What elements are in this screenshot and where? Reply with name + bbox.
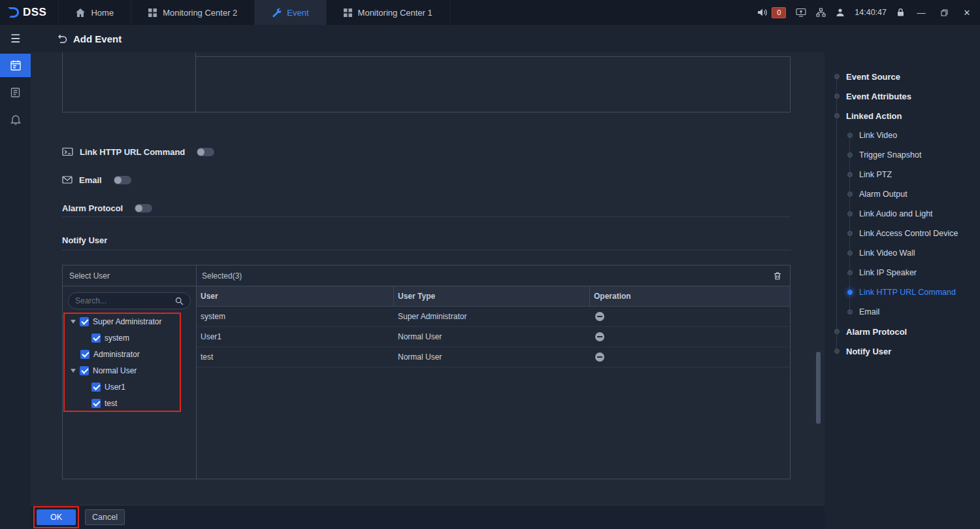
sitemap-icon[interactable] (816, 8, 826, 17)
remove-user-icon[interactable] (595, 312, 604, 321)
column-header-user: User (197, 286, 394, 306)
checkbox[interactable] (91, 399, 101, 408)
link-http-toggle[interactable] (197, 148, 214, 156)
column-header-user-type: User Type (394, 286, 590, 306)
left-rail (0, 52, 31, 529)
user-icon[interactable] (836, 8, 845, 17)
table-row: system Super Administrator (197, 307, 790, 327)
checkbox[interactable] (80, 350, 90, 359)
table-row: User1 Normal User (197, 327, 790, 347)
step-alarm-output[interactable]: Alarm Output (825, 184, 980, 204)
step-notify-user[interactable]: Notify User (825, 341, 980, 361)
tree-item-label: test (105, 399, 117, 408)
checkbox[interactable] (80, 317, 89, 326)
speaker-icon (757, 8, 768, 17)
dss-logo-icon (7, 7, 20, 18)
step-email[interactable]: Email (825, 302, 980, 322)
step-link-access-control-device[interactable]: Link Access Control Device (825, 224, 980, 243)
home-icon (76, 9, 85, 17)
screen-share-icon[interactable] (796, 8, 806, 17)
selected-header-cell: Selected(3) (197, 265, 790, 286)
cell-operation (590, 332, 790, 341)
alarm-protocol-toggle[interactable] (135, 204, 152, 213)
notify-user-title: Notify User (62, 235, 107, 245)
tab-label: Monitoring Center 1 (358, 8, 433, 18)
column-header-operation: Operation (590, 286, 790, 306)
tree-item-administrator[interactable]: Administrator (63, 346, 196, 362)
restore-icon[interactable] (938, 9, 951, 16)
page-header: ☰ Add Event (0, 25, 980, 52)
alarm-protocol-label: Alarm Protocol (62, 203, 123, 213)
tree-item-label: Super Administrator (93, 317, 161, 326)
hamburger-menu-icon[interactable]: ☰ (0, 32, 31, 46)
step-linked-action[interactable]: Linked Action (825, 106, 980, 126)
step-link-http-url-command[interactable]: Link HTTP URL Command (825, 282, 980, 302)
document-icon (10, 87, 21, 98)
step-link-video[interactable]: Link Video (825, 126, 980, 145)
step-label: Link PTZ (859, 170, 892, 179)
lock-icon[interactable] (896, 8, 905, 17)
footer-bar: OK Cancel (31, 505, 825, 529)
chevron-down-icon[interactable] (71, 320, 76, 324)
tree-item-user1[interactable]: User1 (63, 379, 196, 395)
main-content: Link HTTP URL Command Email Alarm Protoc… (31, 52, 825, 529)
search-icon[interactable] (175, 297, 184, 305)
alarm-indicator[interactable]: 0 (757, 7, 786, 18)
checkbox[interactable] (91, 333, 101, 343)
step-link-ptz[interactable]: Link PTZ (825, 165, 980, 184)
tree-item-super-administrator[interactable]: Super Administrator (63, 313, 196, 330)
chevron-down-icon[interactable] (71, 369, 76, 373)
tab-monitoring-center-1[interactable]: Monitoring Center 1 (327, 0, 450, 25)
step-event-source[interactable]: Event Source (825, 67, 980, 86)
tab-event[interactable]: Event (255, 0, 326, 25)
email-toggle[interactable] (114, 176, 131, 184)
step-label: Email (859, 307, 879, 316)
tab-home[interactable]: Home (58, 0, 131, 25)
tab-monitoring-center-2[interactable]: Monitoring Center 2 (131, 0, 255, 25)
step-dot (847, 172, 853, 177)
tab-label: Event (287, 8, 308, 18)
step-dot (847, 250, 853, 256)
checkbox[interactable] (91, 383, 101, 392)
step-dot (834, 349, 840, 354)
step-link-video-wall[interactable]: Link Video Wall (825, 243, 980, 263)
step-trigger-snapshot[interactable]: Trigger Snapshot (825, 145, 980, 165)
back-icon[interactable] (57, 34, 67, 43)
delete-all-icon[interactable] (773, 271, 782, 281)
ok-button[interactable]: OK (37, 509, 76, 525)
step-dot (847, 309, 853, 315)
dss-logo: DSS (0, 0, 58, 25)
close-button[interactable]: ✕ (960, 8, 973, 18)
tree-item-system[interactable]: system (63, 330, 196, 346)
step-label: Link Video Wall (859, 248, 915, 258)
tree-item-test[interactable]: test (63, 395, 196, 411)
minimize-button[interactable]: — (915, 8, 928, 18)
grid-icon (148, 9, 157, 17)
table-header-row: User User Type Operation (197, 286, 790, 307)
search-input[interactable] (75, 296, 171, 305)
cancel-button[interactable]: Cancel (85, 509, 125, 525)
tab-label: Monitoring Center 2 (163, 8, 237, 18)
page-title: Add Event (73, 33, 122, 44)
rail-item-event-config[interactable] (0, 54, 31, 77)
step-dot (847, 290, 853, 295)
alarm-count-badge: 0 (772, 7, 786, 18)
cell-user: system (197, 312, 394, 321)
step-label: Trigger Snapshot (859, 150, 921, 160)
notify-user-panel: Select User Selected(3) (62, 265, 791, 479)
email-icon (62, 176, 73, 184)
rail-item-log[interactable] (0, 80, 31, 104)
tree-item-normal-user[interactable]: Normal User (63, 362, 196, 379)
step-event-attributes[interactable]: Event Attributes (825, 86, 980, 106)
vertical-scrollbar-thumb[interactable] (816, 352, 821, 424)
step-alarm-protocol[interactable]: Alarm Protocol (825, 322, 980, 341)
remove-user-icon[interactable] (595, 352, 604, 362)
remove-user-icon[interactable] (595, 332, 604, 341)
step-link-ip-speaker[interactable]: Link IP Speaker (825, 263, 980, 282)
step-label: Link IP Speaker (859, 268, 917, 277)
step-dot (834, 94, 840, 99)
step-label: Link HTTP URL Command (859, 288, 956, 297)
rail-item-alarm-config[interactable] (0, 107, 31, 131)
step-link-audio-and-light[interactable]: Link Audio and Light (825, 204, 980, 224)
checkbox[interactable] (80, 366, 89, 375)
